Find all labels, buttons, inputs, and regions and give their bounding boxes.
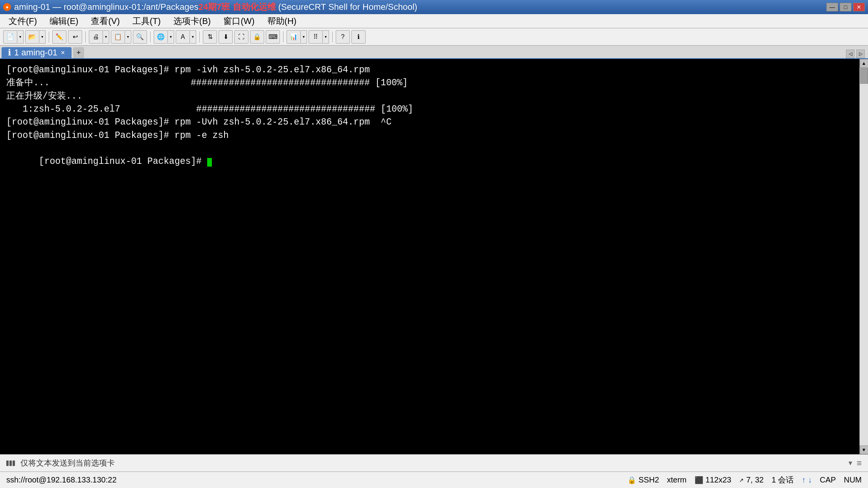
terminal-line-3: 正在升级/安装... bbox=[6, 90, 853, 103]
session-btn-group: 📊 ▾ bbox=[287, 30, 307, 44]
tab-icon: ℹ bbox=[8, 48, 11, 58]
row-col-label: 7, 32 bbox=[746, 475, 763, 484]
print-dropdown[interactable]: ▾ bbox=[103, 30, 109, 44]
terminal-line-2: 准备中... #################################… bbox=[6, 77, 853, 90]
cap-label: CAP bbox=[820, 475, 836, 484]
ssh-connection-info: ssh://root@192.168.133.130:22 bbox=[6, 475, 618, 484]
menu-window[interactable]: 窗口(W) bbox=[218, 14, 260, 29]
tab-bar: ℹ 1 aming-01 ✕ + ◁ ▷ bbox=[0, 46, 868, 59]
open-dropdown[interactable]: ▾ bbox=[39, 30, 46, 44]
num-indicator: NUM bbox=[844, 475, 862, 484]
add-tab-button[interactable]: + bbox=[73, 47, 84, 58]
security-status: 🔒 SSH2 bbox=[627, 475, 659, 484]
bottom-text: 仅将文本发送到当前选项卡 bbox=[20, 458, 115, 468]
edit-button[interactable]: ✏️ bbox=[52, 30, 66, 44]
size-label: 112x23 bbox=[706, 475, 732, 484]
terminal-container: [root@aminglinux-01 Packages]# rpm -ivh … bbox=[0, 59, 868, 454]
tab-navigation: ◁ ▷ bbox=[843, 50, 868, 58]
session-label: 1 会话 bbox=[772, 475, 794, 485]
term-label-item: xterm bbox=[667, 475, 687, 484]
terminal[interactable]: [root@aminglinux-01 Packages]# rpm -ivh … bbox=[0, 59, 859, 454]
close-button[interactable]: ✕ bbox=[853, 3, 865, 11]
download-button[interactable]: ⬇ bbox=[219, 30, 233, 44]
tab-label: 1 aming-01 bbox=[14, 48, 57, 58]
title-bar-left: ● aming-01 — root@aminglinux-01:/ant/Pac… bbox=[3, 1, 417, 13]
sep6 bbox=[332, 31, 333, 42]
title-text: aming-01 — root@aminglinux-01:/ant/Packa… bbox=[14, 1, 417, 13]
layout-button[interactable]: ⠿ bbox=[309, 30, 323, 44]
new-session-dropdown[interactable]: ▾ bbox=[17, 30, 24, 44]
cursor-position: ↗ 7, 32 bbox=[739, 475, 763, 484]
scroll-down-button[interactable]: ▼ bbox=[860, 446, 868, 454]
open-session-group: 📂 ▾ bbox=[25, 30, 46, 44]
globe-dropdown[interactable]: ▾ bbox=[168, 30, 174, 44]
menu-tools[interactable]: 工具(T) bbox=[127, 14, 166, 29]
toolbar: 📄 ▾ 📂 ▾ ✏️ ↩ 🖨 ▾ 📋 ▾ 🔍 🌐 ▾ A ▾ ⇅ ⬇ ⛶ 🔒 ⌨… bbox=[0, 28, 868, 46]
scroll-arrows[interactable]: ↑ ↓ bbox=[802, 475, 812, 484]
tab-next-button[interactable]: ▷ bbox=[856, 50, 865, 58]
scroll-thumb[interactable] bbox=[860, 68, 868, 84]
globe-button[interactable]: 🌐 bbox=[154, 30, 168, 44]
copy-button[interactable]: 📋 bbox=[111, 30, 125, 44]
copy-group: 📋 ▾ bbox=[111, 30, 131, 44]
term-label: xterm bbox=[667, 475, 687, 484]
terminal-line-6: [root@aminglinux-01 Packages]# rpm -e zs… bbox=[6, 129, 853, 142]
terminal-size: ⬛ 112x23 bbox=[695, 475, 732, 484]
open-button[interactable]: 📂 bbox=[25, 30, 39, 44]
tab-aming01[interactable]: ℹ 1 aming-01 ✕ bbox=[2, 47, 72, 58]
font-dropdown[interactable]: ▾ bbox=[190, 30, 196, 44]
menu-edit[interactable]: 编辑(E) bbox=[44, 14, 84, 29]
sep3 bbox=[150, 31, 151, 42]
window-controls: — □ ✕ bbox=[826, 3, 865, 11]
terminal-line-4: 1:zsh-5.0.2-25.el7 #####################… bbox=[6, 103, 853, 116]
terminal-cursor bbox=[207, 158, 212, 167]
scrollbar-right: ▲ ▼ bbox=[859, 59, 868, 454]
maximize-button[interactable]: □ bbox=[840, 3, 851, 11]
undo-button[interactable]: ↩ bbox=[68, 30, 82, 44]
globe-group: 🌐 ▾ bbox=[154, 30, 174, 44]
transfer-button[interactable]: ⇅ bbox=[203, 30, 217, 44]
layout-group: ⠿ ▾ bbox=[309, 30, 329, 44]
cap-indicator: CAP bbox=[820, 475, 836, 484]
tab-prev-button[interactable]: ◁ bbox=[846, 50, 855, 58]
print-group: 🖨 ▾ bbox=[89, 30, 109, 44]
title-bar: ● aming-01 — root@aminglinux-01:/ant/Pac… bbox=[0, 0, 868, 14]
layout-dropdown[interactable]: ▾ bbox=[323, 30, 329, 44]
fullscreen-button[interactable]: ⛶ bbox=[234, 30, 248, 44]
font-group: A ▾ bbox=[176, 30, 196, 44]
terminal-line-5: [root@aminglinux-01 Packages]# rpm -Uvh … bbox=[6, 116, 853, 129]
down-arrow[interactable]: ↓ bbox=[808, 475, 812, 484]
session-button[interactable]: 📊 bbox=[287, 30, 301, 44]
copy-dropdown[interactable]: ▾ bbox=[125, 30, 131, 44]
help-button[interactable]: ? bbox=[336, 30, 350, 44]
num-label: NUM bbox=[844, 475, 862, 484]
up-arrow[interactable]: ↑ bbox=[802, 475, 805, 484]
tab-close-button[interactable]: ✕ bbox=[61, 50, 65, 56]
keyboard-button[interactable]: ⌨ bbox=[266, 30, 280, 44]
new-session-button[interactable]: 📄 bbox=[3, 30, 17, 44]
ssh2-label: SSH2 bbox=[638, 475, 659, 484]
sep4 bbox=[199, 31, 200, 42]
session-dropdown[interactable]: ▾ bbox=[301, 30, 307, 44]
bottom-bar: 仅将文本发送到当前选项卡 ▼ ≡ bbox=[0, 454, 868, 471]
info-button[interactable]: ℹ bbox=[351, 30, 366, 44]
scroll-up-button[interactable]: ▲ bbox=[860, 59, 868, 68]
lock-button[interactable]: 🔒 bbox=[250, 30, 264, 44]
menu-help[interactable]: 帮助(H) bbox=[262, 14, 302, 29]
lock-icon: 🔒 bbox=[627, 476, 636, 484]
new-session-group: 📄 ▾ bbox=[3, 30, 24, 44]
menu-file[interactable]: 文件(F) bbox=[3, 14, 42, 29]
terminal-line-1: [root@aminglinux-01 Packages]# rpm -ivh … bbox=[6, 64, 853, 77]
print-button[interactable]: 🖨 bbox=[89, 30, 103, 44]
session-count: 1 会话 bbox=[772, 475, 794, 485]
search-button[interactable]: 🔍 bbox=[133, 30, 147, 44]
minimize-button[interactable]: — bbox=[826, 3, 838, 11]
font-button[interactable]: A bbox=[176, 30, 190, 44]
size-icon: ⬛ bbox=[695, 476, 703, 484]
menu-view[interactable]: 查看(V) bbox=[85, 14, 125, 29]
scroll-track[interactable] bbox=[860, 68, 868, 446]
menu-tab[interactable]: 选项卡(B) bbox=[168, 14, 216, 29]
sep5 bbox=[283, 31, 283, 42]
sep1 bbox=[49, 31, 49, 42]
sep2 bbox=[85, 31, 86, 42]
